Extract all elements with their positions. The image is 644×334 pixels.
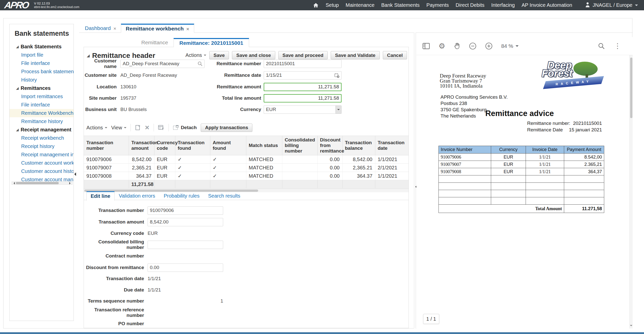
pdf-vertical-scrollbar[interactable]	[629, 55, 633, 328]
remittance-amount-input[interactable]	[264, 83, 342, 91]
tab-edit-line[interactable]: Edit line	[86, 191, 115, 201]
dropdown-button[interactable]	[335, 105, 342, 114]
pdf-settings-gear-icon[interactable]: ⚙	[438, 42, 445, 50]
sidebar-item-remittance-history[interactable]: Remittance history	[10, 117, 74, 126]
pdf-zoom-level[interactable]: 84 %	[501, 43, 519, 49]
detail-consolidated-billing-input[interactable]	[148, 241, 223, 249]
search-icon[interactable]	[197, 61, 203, 67]
sidebar-item-history[interactable]: History	[10, 76, 74, 84]
sidebar-item-file-interface-2[interactable]: File interface	[10, 101, 74, 109]
delete-row-icon[interactable]: ✕	[145, 124, 150, 131]
col-transaction-balance[interactable]: Transaction balance	[342, 136, 375, 155]
location-value: 130610	[120, 84, 136, 90]
cancel-button[interactable]: Cancel	[383, 51, 407, 59]
pdf-hand-tool-icon[interactable]	[454, 43, 460, 50]
col-match-status[interactable]: Match status	[246, 136, 282, 155]
pdf-zoom-in-icon[interactable]	[485, 42, 493, 50]
table-row[interactable]: 910079007 2,365.21 EUR ✓ ✓ MATCHED 0.00 …	[84, 164, 409, 172]
remittance-date-input[interactable]	[264, 71, 342, 80]
detail-terms-sequence-label: Terms sequence number	[84, 298, 144, 304]
pdf-search-icon[interactable]	[598, 43, 605, 50]
close-icon[interactable]	[113, 25, 117, 31]
detach-button[interactable]: Detach	[173, 125, 197, 130]
menu-setup[interactable]: Setup	[326, 2, 339, 8]
sidebar-item-receipt-management-info[interactable]: Receipt management info	[10, 151, 74, 159]
pdf-more-options-icon[interactable]: ⋮	[614, 42, 621, 50]
sidebar-item-remittance-workbench[interactable]: Remittance Workbench	[10, 109, 74, 117]
save-and-validate-button[interactable]: Save and Validate	[331, 51, 380, 59]
sidebar-group-remittances[interactable]: ◢Remittances	[10, 84, 74, 92]
sidebar-collapse-handle[interactable]	[73, 172, 76, 176]
detail-transaction-amount-input[interactable]	[148, 218, 223, 226]
calendar-icon[interactable]	[334, 73, 340, 79]
detail-due-date-value: 1/1/21	[148, 287, 161, 293]
col-transaction-date[interactable]: Transaction date	[375, 136, 409, 155]
menu-interfacing[interactable]: Interfacing	[491, 2, 515, 8]
save-button[interactable]: Save	[209, 51, 229, 59]
menu-maintenance[interactable]: Maintenance	[346, 2, 375, 8]
scroll-down-icon[interactable]	[630, 325, 632, 327]
menu-direct-debits[interactable]: Direct Debits	[456, 2, 484, 8]
collapse-triangle-icon[interactable]: ◢	[87, 54, 90, 58]
grid-view-menu[interactable]: View	[111, 125, 126, 131]
sidebar-item-process-bank-statements[interactable]: Process bank statements	[10, 67, 74, 76]
detail-transaction-number-input[interactable]	[148, 206, 223, 215]
sidebar-item-customer-account-history[interactable]: Customer account history	[10, 167, 74, 175]
new-row-icon[interactable]	[135, 124, 141, 131]
remittance-number-input[interactable]	[264, 60, 342, 68]
col-transaction-number[interactable]: Transaction number	[84, 136, 129, 155]
save-and-close-button[interactable]: Save and close	[232, 51, 275, 59]
tab-probability-rules[interactable]: Probability rules	[159, 191, 204, 201]
scroll-left-icon[interactable]	[12, 182, 15, 184]
currency-select[interactable]: EUR	[264, 105, 342, 114]
tab-remittance-detail[interactable]: Remittance: 20210115001	[174, 38, 249, 47]
sidebar-group-receipt-management[interactable]: ◢Receipt management	[10, 126, 74, 134]
sidebar-item-import-file[interactable]: Import file	[10, 51, 74, 59]
top-menu: Setup Maintenance Bank Statements Paymen…	[313, 2, 638, 9]
tab-search-results[interactable]: Search results	[204, 191, 245, 201]
home-icon[interactable]	[313, 2, 319, 8]
query-by-example-icon[interactable]	[158, 125, 164, 131]
location-label: Location	[84, 84, 117, 90]
scrollbar-thumb[interactable]	[16, 182, 59, 184]
chevron-down-icon	[635, 5, 638, 8]
close-icon[interactable]	[186, 26, 189, 32]
sidebar-group-bank-statements[interactable]: ◢Bank Statements	[10, 43, 74, 51]
col-amount-found[interactable]: Amount found	[210, 136, 246, 155]
sidebar-item-file-interface[interactable]: File interface	[10, 59, 74, 67]
detail-discount-input[interactable]	[148, 264, 223, 272]
sidebar-item-receipt-history[interactable]: Receipt history	[10, 142, 74, 151]
grid-actions-menu[interactable]: Actions	[86, 125, 107, 131]
sidebar-item-import-remittances[interactable]: Import remittances	[10, 92, 74, 101]
table-row[interactable]: 910079008 364.37 EUR ✓ ✓ MATCHED 0.00 36…	[84, 172, 409, 180]
user-menu[interactable]: JNAGEL / Europe	[585, 2, 638, 9]
tab-validation-errors[interactable]: Validation errors	[115, 191, 159, 201]
col-transaction-amount[interactable]: Transaction amount	[129, 136, 154, 155]
pane-splitter[interactable]	[414, 32, 416, 328]
menu-ap-invoice-automation[interactable]: AP Invoice Automation	[522, 2, 572, 8]
col-currency-code[interactable]: Currency code	[154, 136, 175, 155]
col-consolidated-billing-number[interactable]: Consolidated billing number	[282, 136, 317, 155]
pdf-sidebar-toggle-icon[interactable]	[422, 43, 430, 49]
toolbar-separator	[154, 124, 154, 131]
pdf-zoom-out-icon[interactable]	[469, 42, 477, 50]
col-transaction-found[interactable]: Transaction found	[175, 136, 210, 155]
scroll-right-icon[interactable]	[69, 182, 72, 184]
col-discount-from-remittance[interactable]: Discount from remittance	[317, 136, 342, 155]
scrollbar-thumb[interactable]	[630, 58, 632, 118]
tab-remittance[interactable]: Remittance	[136, 38, 174, 47]
sidebar-horizontal-scrollbar[interactable]	[12, 181, 73, 185]
save-and-proceed-button[interactable]: Save and proceed	[278, 51, 328, 59]
remittance-number-label: Remittance number	[215, 61, 261, 66]
tab-dashboard[interactable]: Dashboard	[80, 24, 121, 33]
sidebar-item-receipt-workbench[interactable]: Receipt workbench	[10, 134, 74, 142]
menu-payments[interactable]: Payments	[426, 2, 449, 8]
apply-transactions-button[interactable]: Apply transactions	[201, 124, 252, 132]
menu-bank-statements[interactable]: Bank Statements	[381, 2, 420, 8]
header-actions-menu[interactable]: Actions	[185, 52, 206, 58]
tab-remittance-workbench[interactable]: Remittance workbench	[121, 24, 194, 33]
table-row[interactable]: 910079006 8,542.00 EUR ✓ ✓ MATCHED 0.00 …	[84, 155, 409, 164]
sidebar-item-customer-account-workbench[interactable]: Customer account workbench	[10, 159, 74, 167]
total-line-amount-input[interactable]	[264, 94, 342, 102]
customer-name-input[interactable]	[120, 60, 205, 68]
